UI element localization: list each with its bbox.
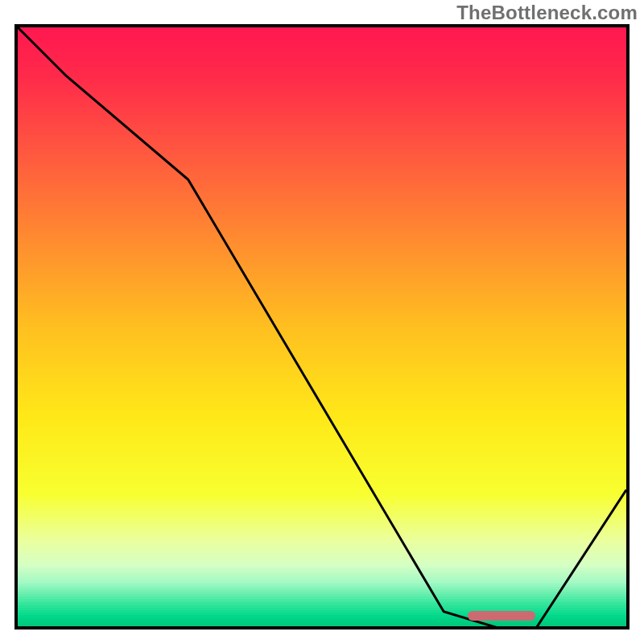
chart-plot-area <box>14 24 630 630</box>
watermark-text: TheBottleneck.com <box>456 2 638 24</box>
bottleneck-curve-path <box>18 27 626 630</box>
chart-curve-layer <box>18 27 626 630</box>
optimal-range-marker <box>468 611 535 621</box>
